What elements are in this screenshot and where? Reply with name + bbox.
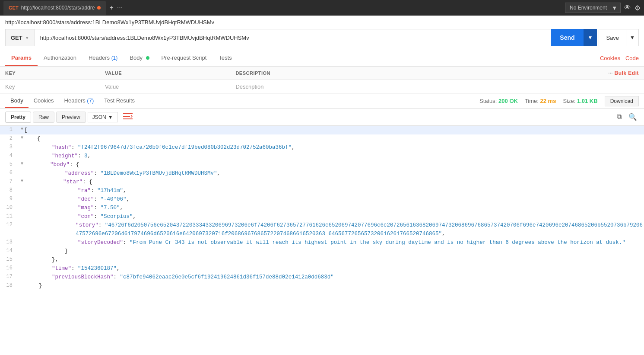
tab-params[interactable]: Params <box>5 50 38 66</box>
status-value: 200 OK <box>498 98 518 104</box>
wrap-icon <box>123 112 133 120</box>
expand-icon[interactable]: ▼ <box>21 126 23 133</box>
json-line: 4 "height": 3, <box>0 152 644 160</box>
page-title: http://localhost:8000/stars/address:1BLD… <box>5 19 639 26</box>
settings-icon[interactable]: ⚙ <box>634 4 641 12</box>
request-tabs: Params Authorization Headers (1) Body Pr… <box>0 50 644 67</box>
col-description: DESCRIPTION <box>230 67 447 80</box>
json-line: 1▼[ <box>0 126 644 134</box>
pretty-button[interactable]: Pretty <box>5 112 31 123</box>
tab-authorization[interactable]: Authorization <box>38 50 82 66</box>
url-bar-container: http://localhost:8000/stars/address:1BLD… <box>0 16 644 50</box>
param-value[interactable]: Value <box>100 80 230 94</box>
status-label: Status: 200 OK <box>479 98 518 104</box>
method-chevron-icon: ▼ <box>25 35 29 40</box>
tab-url: http://localhost:8000/stars/addre <box>21 5 95 11</box>
json-line: 17 "previousBlockHash": "c87bfe94062eaac… <box>0 273 644 281</box>
environment-select[interactable]: No Environment <box>565 3 621 13</box>
json-line: 5▼ "body": { <box>0 160 644 169</box>
wrap-button[interactable] <box>123 112 133 122</box>
response-tab-cookies[interactable]: Cookies <box>29 94 59 108</box>
eye-icon[interactable]: 👁 <box>624 4 631 12</box>
size-label: Size: 1.01 KB <box>563 98 597 104</box>
format-select[interactable]: JSON ▼ <box>88 112 118 122</box>
response-tab-headers[interactable]: Headers (7) <box>59 94 99 108</box>
tab-method: GET <box>9 5 19 10</box>
json-line: 13 "storyDecoded": "From Pune Cr 343 is … <box>0 238 644 247</box>
json-line: 12 "story": "46726f6d2050756e65204372203… <box>0 221 644 238</box>
expand-icon[interactable]: ▼ <box>21 178 23 185</box>
line-number: 2 <box>0 134 17 143</box>
send-dropdown-button[interactable]: ▼ <box>584 29 597 46</box>
json-line: 14 } <box>0 247 644 256</box>
response-meta: Status: 200 OK Time: 22 ms Size: 1.01 KB… <box>479 96 639 106</box>
json-line: 6 "address": "1BLDemo8Wx1yP3TBMUvjdBHqtR… <box>0 169 644 178</box>
size-value: 1.01 KB <box>577 98 598 104</box>
svg-rect-0 <box>123 113 133 114</box>
body-toolbar-right: ⧉ 🔍 <box>615 111 639 123</box>
line-number: 15 <box>0 256 17 264</box>
copy-icon[interactable]: ⧉ <box>615 111 623 123</box>
response-headers-badge: (7) <box>87 97 94 104</box>
param-description[interactable]: Description <box>230 80 447 94</box>
method-select[interactable]: GET ▼ <box>5 29 35 46</box>
json-line: 9 "dec": "-40°06", <box>0 195 644 204</box>
more-icon[interactable]: ··· <box>608 70 613 76</box>
right-links: Cookies Code <box>600 55 639 61</box>
col-key: KEY <box>0 67 100 80</box>
param-key[interactable]: Key <box>0 80 100 94</box>
response-tab-testresults[interactable]: Test Results <box>99 94 140 108</box>
line-number: 1 <box>0 126 17 134</box>
url-input[interactable] <box>35 29 552 46</box>
json-line: 18 } <box>0 281 644 290</box>
line-number: 16 <box>0 264 17 273</box>
params-section: KEY VALUE DESCRIPTION ··· Bulk Edit Key … <box>0 67 644 94</box>
line-number: 10 <box>0 204 17 212</box>
table-row: Key Value Description <box>0 80 644 94</box>
line-number: 5 <box>0 160 17 169</box>
tab-modified-dot <box>97 6 101 10</box>
json-line: 15 }, <box>0 256 644 264</box>
body-active-dot <box>146 56 149 60</box>
line-number: 3 <box>0 143 17 152</box>
tab-headers[interactable]: Headers (1) <box>82 50 124 66</box>
json-line: 7▼ "star": { <box>0 178 644 186</box>
request-tab[interactable]: GET http://localhost:8000/stars/addre <box>3 1 106 15</box>
json-line: 10 "mag": "7.50", <box>0 204 644 212</box>
tab-body[interactable]: Body <box>124 50 155 66</box>
line-number: 14 <box>0 247 17 256</box>
line-number: 6 <box>0 169 17 178</box>
url-input-row: GET ▼ Send ▼ Save ▼ <box>5 29 639 46</box>
add-tab-button[interactable]: + <box>109 4 113 12</box>
cookies-link[interactable]: Cookies <box>600 55 620 61</box>
tab-tests[interactable]: Tests <box>213 50 238 66</box>
line-number: 9 <box>0 195 17 204</box>
response-tab-body[interactable]: Body <box>5 94 29 108</box>
save-button[interactable]: Save <box>599 29 626 46</box>
time-value: 22 ms <box>540 98 556 104</box>
headers-badge: (1) <box>111 55 118 61</box>
json-line: 2▼ { <box>0 134 644 143</box>
code-link[interactable]: Code <box>625 55 639 61</box>
json-line: 3 "hash": "f24f2f9679647d73fca726b0f6c1c… <box>0 143 644 152</box>
more-tabs-button[interactable]: ··· <box>117 4 123 12</box>
line-number: 18 <box>0 281 17 290</box>
expand-icon[interactable]: ▼ <box>21 160 23 167</box>
line-number: 11 <box>0 212 17 221</box>
svg-rect-1 <box>123 116 130 117</box>
download-button[interactable]: Download <box>605 96 639 106</box>
body-toolbar: Pretty Raw Preview JSON ▼ ⧉ 🔍 <box>0 109 644 126</box>
raw-button[interactable]: Raw <box>33 112 54 123</box>
json-line: 8 "ra": "17h41m", <box>0 186 644 195</box>
send-button[interactable]: Send <box>551 29 583 46</box>
search-icon[interactable]: 🔍 <box>627 111 639 123</box>
json-line: 11 "con": "Scorpius", <box>0 212 644 221</box>
response-tabs-row: Body Cookies Headers (7) Test Results St… <box>0 94 644 109</box>
expand-icon[interactable]: ▼ <box>21 134 23 141</box>
json-line: 16 "time": "1542360187", <box>0 264 644 273</box>
line-number: 13 <box>0 238 17 247</box>
preview-button[interactable]: Preview <box>56 112 86 123</box>
bulk-edit-button[interactable]: Bulk Edit <box>614 70 639 76</box>
save-dropdown-button[interactable]: ▼ <box>626 29 639 46</box>
tab-prerequest[interactable]: Pre-request Script <box>155 50 213 66</box>
